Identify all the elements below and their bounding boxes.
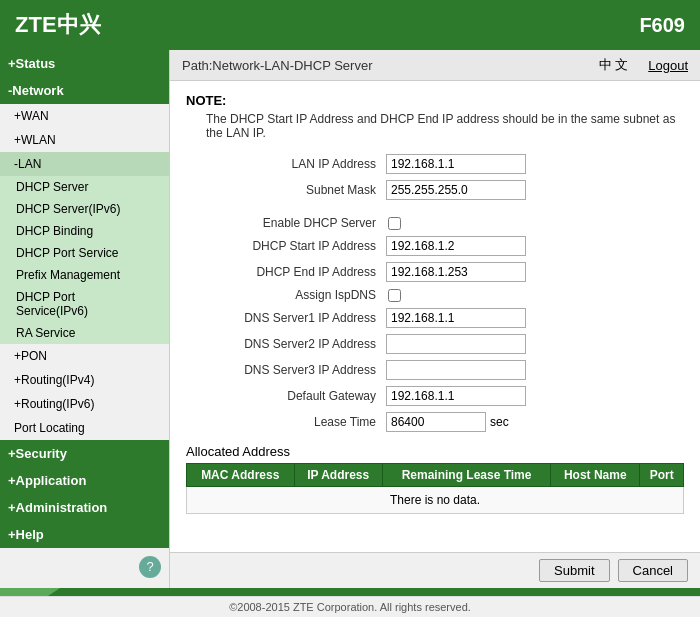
content-area: NOTE: The DHCP Start IP Address and DHCP… (170, 81, 700, 552)
main-content: Path:Network-LAN-DHCP Server 中 文 Logout … (170, 50, 700, 588)
gateway-input[interactable] (386, 386, 526, 406)
logo: ZTE中兴 (15, 10, 101, 40)
sidebar-item-security[interactable]: +Security (0, 440, 169, 467)
enable-dhcp-row: Enable DHCP Server (186, 216, 684, 230)
dns3-label: DNS Server3 IP Address (186, 363, 386, 377)
sidebar-item-network[interactable]: -Network (0, 77, 169, 104)
gateway-row: Default Gateway (186, 386, 684, 406)
dns1-label: DNS Server1 IP Address (186, 311, 386, 325)
path-text: Path:Network-LAN-DHCP Server (182, 58, 372, 73)
sidebar-item-lan[interactable]: -LAN (0, 152, 169, 176)
no-data-cell: There is no data. (187, 487, 684, 514)
sidebar-item-wlan[interactable]: +WLAN (0, 128, 169, 152)
dhcp-end-row: DHCP End IP Address (186, 262, 684, 282)
lease-label: Lease Time (186, 415, 386, 429)
dhcp-start-input[interactable] (386, 236, 526, 256)
lease-row: Lease Time sec (186, 412, 684, 432)
dns2-input[interactable] (386, 334, 526, 354)
assign-isp-label: Assign IspDNS (186, 288, 386, 302)
note-section: NOTE: The DHCP Start IP Address and DHCP… (186, 93, 684, 140)
sidebar-item-wan[interactable]: +WAN (0, 104, 169, 128)
sidebar-item-status[interactable]: +Status (0, 50, 169, 77)
sidebar-item-routing-ipv4[interactable]: +Routing(IPv4) (0, 368, 169, 392)
logo-text: ZTE中兴 (15, 12, 101, 37)
note-label: NOTE: (186, 93, 684, 108)
sidebar-sub-dhcp-binding[interactable]: DHCP Binding (0, 220, 169, 242)
lan-ip-input[interactable] (386, 154, 526, 174)
assign-isp-checkbox[interactable] (388, 289, 401, 302)
footer-text: ©2008-2015 ZTE Corporation. All rights r… (0, 596, 700, 617)
dhcp-start-row: DHCP Start IP Address (186, 236, 684, 256)
subnet-mask-row: Subnet Mask (186, 180, 684, 200)
lease-input[interactable] (386, 412, 486, 432)
sidebar-item-administration[interactable]: +Administration (0, 494, 169, 521)
layout: +Status -Network +WAN +WLAN -LAN DHCP Se… (0, 50, 700, 588)
sidebar: +Status -Network +WAN +WLAN -LAN DHCP Se… (0, 50, 170, 588)
sidebar-sub-ra-service[interactable]: RA Service (0, 322, 169, 344)
assign-isp-row: Assign IspDNS (186, 288, 684, 302)
footer-stripe (0, 588, 700, 596)
sidebar-item-port-locating[interactable]: Port Locating (0, 416, 169, 440)
subnet-mask-label: Subnet Mask (186, 183, 386, 197)
lang-switch[interactable]: 中 文 (599, 56, 629, 74)
sidebar-item-help[interactable]: +Help (0, 521, 169, 548)
dhcp-end-label: DHCP End IP Address (186, 265, 386, 279)
sidebar-sub-dhcp-server[interactable]: DHCP Server (0, 176, 169, 198)
help-btn-container: ? (0, 548, 169, 586)
table-row: There is no data. (187, 487, 684, 514)
subnet-mask-input[interactable] (386, 180, 526, 200)
alloc-header-port: Port (640, 464, 684, 487)
alloc-header-ip: IP Address (294, 464, 382, 487)
dns1-row: DNS Server1 IP Address (186, 308, 684, 328)
path-right: 中 文 Logout (599, 56, 688, 74)
model-name: F609 (639, 14, 685, 37)
lan-ip-row: LAN IP Address (186, 154, 684, 174)
dns3-row: DNS Server3 IP Address (186, 360, 684, 380)
sidebar-sub-dhcp-server-ipv6[interactable]: DHCP Server(IPv6) (0, 198, 169, 220)
header: ZTE中兴 F609 (0, 0, 700, 50)
alloc-table: MAC Address IP Address Remaining Lease T… (186, 463, 684, 514)
dns2-row: DNS Server2 IP Address (186, 334, 684, 354)
help-icon[interactable]: ? (139, 556, 161, 578)
cancel-button[interactable]: Cancel (618, 559, 688, 582)
submit-button[interactable]: Submit (539, 559, 609, 582)
alloc-title: Allocated Address (186, 444, 684, 459)
alloc-header-lease: Remaining Lease Time (382, 464, 550, 487)
lease-unit: sec (490, 415, 509, 429)
enable-dhcp-checkbox[interactable] (388, 217, 401, 230)
gateway-label: Default Gateway (186, 389, 386, 403)
lan-ip-label: LAN IP Address (186, 157, 386, 171)
note-text: The DHCP Start IP Address and DHCP End I… (186, 112, 684, 140)
sidebar-item-application[interactable]: +Application (0, 467, 169, 494)
dns1-input[interactable] (386, 308, 526, 328)
sidebar-item-routing-ipv6[interactable]: +Routing(IPv6) (0, 392, 169, 416)
sidebar-item-pon[interactable]: +PON (0, 344, 169, 368)
dhcp-end-input[interactable] (386, 262, 526, 282)
alloc-header-mac: MAC Address (187, 464, 295, 487)
dns3-input[interactable] (386, 360, 526, 380)
dns2-label: DNS Server2 IP Address (186, 337, 386, 351)
sidebar-sub-dhcp-port-service-ipv6[interactable]: DHCP PortService(IPv6) (0, 286, 169, 322)
sidebar-sub-prefix-mgmt[interactable]: Prefix Management (0, 264, 169, 286)
alloc-section: Allocated Address MAC Address IP Address… (186, 444, 684, 514)
dhcp-start-label: DHCP Start IP Address (186, 239, 386, 253)
sidebar-sub-dhcp-port-service[interactable]: DHCP Port Service (0, 242, 169, 264)
logout-link[interactable]: Logout (648, 58, 688, 73)
bottom-bar: Submit Cancel (170, 552, 700, 588)
alloc-header-host: Host Name (551, 464, 640, 487)
path-bar: Path:Network-LAN-DHCP Server 中 文 Logout (170, 50, 700, 81)
enable-dhcp-label: Enable DHCP Server (186, 216, 386, 230)
